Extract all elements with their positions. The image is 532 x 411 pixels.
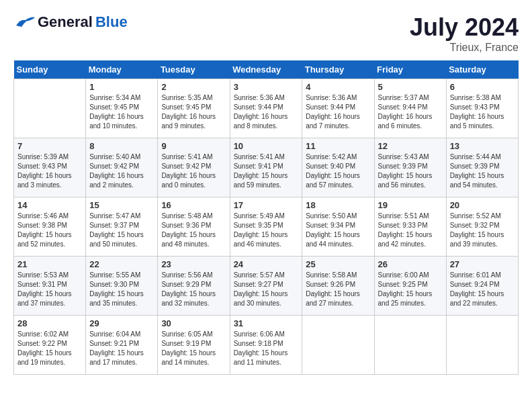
day-info: Sunrise: 6:02 AMSunset: 9:22 PMDaylight:… [17, 330, 82, 367]
day-number: 24 [234, 259, 299, 269]
calendar-cell: 20Sunrise: 5:52 AMSunset: 9:32 PMDayligh… [446, 197, 518, 257]
calendar-cell: 18Sunrise: 5:50 AMSunset: 9:34 PMDayligh… [302, 197, 374, 257]
day-info: Sunrise: 6:06 AMSunset: 9:18 PMDaylight:… [234, 330, 299, 367]
day-number: 1 [89, 82, 154, 92]
day-number: 4 [306, 82, 370, 92]
day-number: 7 [17, 141, 82, 151]
day-number: 10 [234, 141, 299, 151]
day-number: 5 [378, 82, 443, 92]
calendar-cell: 6Sunrise: 5:38 AMSunset: 9:43 PMDaylight… [446, 79, 518, 138]
calendar-cell [374, 316, 446, 375]
day-number: 2 [161, 82, 226, 92]
weekday-header-row: SundayMondayTuesdayWednesdayThursdayFrid… [14, 60, 519, 79]
day-info: Sunrise: 5:39 AMSunset: 9:43 PMDaylight:… [17, 152, 82, 190]
day-info: Sunrise: 5:41 AMSunset: 9:42 PMDaylight:… [161, 152, 226, 190]
calendar-cell: 13Sunrise: 5:44 AMSunset: 9:39 PMDayligh… [446, 138, 518, 197]
logo-blue-text: Blue [95, 13, 128, 31]
calendar-cell: 2Sunrise: 5:35 AMSunset: 9:45 PMDaylight… [158, 79, 230, 138]
calendar-week-row: 7Sunrise: 5:39 AMSunset: 9:43 PMDaylight… [14, 138, 519, 197]
calendar-table: SundayMondayTuesdayWednesdayThursdayFrid… [13, 60, 519, 375]
calendar-cell: 14Sunrise: 5:46 AMSunset: 9:38 PMDayligh… [14, 197, 86, 257]
day-info: Sunrise: 5:35 AMSunset: 9:45 PMDaylight:… [161, 93, 226, 131]
weekday-header-tuesday: Tuesday [158, 60, 230, 79]
day-number: 15 [89, 200, 154, 210]
day-info: Sunrise: 5:51 AMSunset: 9:33 PMDaylight:… [378, 212, 443, 249]
day-number: 3 [234, 82, 299, 92]
day-info: Sunrise: 5:37 AMSunset: 9:44 PMDaylight:… [378, 93, 443, 131]
day-info: Sunrise: 6:04 AMSunset: 9:21 PMDaylight:… [89, 330, 154, 367]
calendar-cell [14, 79, 86, 138]
calendar-week-row: 21Sunrise: 5:53 AMSunset: 9:31 PMDayligh… [14, 257, 519, 316]
calendar-cell: 22Sunrise: 5:55 AMSunset: 9:30 PMDayligh… [86, 257, 158, 316]
title-block: July 2024 Trieux, France [410, 13, 519, 54]
day-number: 19 [378, 200, 443, 210]
calendar-cell: 15Sunrise: 5:47 AMSunset: 9:37 PMDayligh… [86, 197, 158, 257]
day-info: Sunrise: 5:49 AMSunset: 9:35 PMDaylight:… [234, 212, 299, 249]
day-number: 25 [306, 259, 370, 269]
day-number: 12 [378, 141, 443, 151]
day-info: Sunrise: 5:43 AMSunset: 9:39 PMDaylight:… [378, 152, 443, 190]
calendar-week-row: 28Sunrise: 6:02 AMSunset: 9:22 PMDayligh… [14, 316, 519, 375]
calendar-cell: 4Sunrise: 5:36 AMSunset: 9:44 PMDaylight… [302, 79, 374, 138]
day-info: Sunrise: 5:36 AMSunset: 9:44 PMDaylight:… [306, 93, 370, 131]
calendar-cell: 16Sunrise: 5:48 AMSunset: 9:36 PMDayligh… [158, 197, 230, 257]
location-subtitle: Trieux, France [410, 42, 519, 54]
day-number: 14 [17, 200, 82, 210]
day-info: Sunrise: 5:41 AMSunset: 9:41 PMDaylight:… [234, 152, 299, 190]
page-header: GeneralBlue July 2024 Trieux, France [13, 13, 519, 54]
day-number: 21 [17, 259, 82, 269]
calendar-cell: 31Sunrise: 6:06 AMSunset: 9:18 PMDayligh… [230, 316, 302, 375]
day-number: 13 [450, 141, 515, 151]
calendar-cell: 1Sunrise: 5:34 AMSunset: 9:45 PMDaylight… [86, 79, 158, 138]
calendar-cell: 3Sunrise: 5:36 AMSunset: 9:44 PMDaylight… [230, 79, 302, 138]
day-info: Sunrise: 5:36 AMSunset: 9:44 PMDaylight:… [234, 93, 299, 131]
weekday-header-monday: Monday [86, 60, 158, 79]
day-info: Sunrise: 5:50 AMSunset: 9:34 PMDaylight:… [306, 212, 370, 249]
day-number: 23 [161, 259, 226, 269]
calendar-cell: 26Sunrise: 6:00 AMSunset: 9:25 PMDayligh… [374, 257, 446, 316]
calendar-cell: 10Sunrise: 5:41 AMSunset: 9:41 PMDayligh… [230, 138, 302, 197]
day-info: Sunrise: 5:48 AMSunset: 9:36 PMDaylight:… [161, 212, 226, 249]
weekday-header-friday: Friday [374, 60, 446, 79]
day-info: Sunrise: 5:34 AMSunset: 9:45 PMDaylight:… [89, 93, 154, 131]
day-info: Sunrise: 5:55 AMSunset: 9:30 PMDaylight:… [89, 271, 154, 308]
calendar-cell: 21Sunrise: 5:53 AMSunset: 9:31 PMDayligh… [14, 257, 86, 316]
day-number: 18 [306, 200, 370, 210]
day-number: 31 [234, 318, 299, 328]
calendar-cell: 24Sunrise: 5:57 AMSunset: 9:27 PMDayligh… [230, 257, 302, 316]
day-info: Sunrise: 6:01 AMSunset: 9:24 PMDaylight:… [450, 271, 515, 308]
day-info: Sunrise: 5:52 AMSunset: 9:32 PMDaylight:… [450, 212, 515, 249]
calendar-cell: 17Sunrise: 5:49 AMSunset: 9:35 PMDayligh… [230, 197, 302, 257]
day-info: Sunrise: 5:44 AMSunset: 9:39 PMDaylight:… [450, 152, 515, 190]
calendar-cell: 11Sunrise: 5:42 AMSunset: 9:40 PMDayligh… [302, 138, 374, 197]
calendar-cell: 8Sunrise: 5:40 AMSunset: 9:42 PMDaylight… [86, 138, 158, 197]
calendar-cell [302, 316, 374, 375]
calendar-cell: 30Sunrise: 6:05 AMSunset: 9:19 PMDayligh… [158, 316, 230, 375]
calendar-cell: 23Sunrise: 5:56 AMSunset: 9:29 PMDayligh… [158, 257, 230, 316]
weekday-header-wednesday: Wednesday [230, 60, 302, 79]
day-number: 11 [306, 141, 370, 151]
day-number: 28 [17, 318, 82, 328]
calendar-cell: 25Sunrise: 5:58 AMSunset: 9:26 PMDayligh… [302, 257, 374, 316]
day-info: Sunrise: 5:42 AMSunset: 9:40 PMDaylight:… [306, 152, 370, 190]
weekday-header-sunday: Sunday [14, 60, 86, 79]
day-info: Sunrise: 6:00 AMSunset: 9:25 PMDaylight:… [378, 271, 443, 308]
day-number: 22 [89, 259, 154, 269]
day-number: 9 [161, 141, 226, 151]
day-info: Sunrise: 5:53 AMSunset: 9:31 PMDaylight:… [17, 271, 82, 308]
day-number: 20 [450, 200, 515, 210]
calendar-cell [446, 316, 518, 375]
day-number: 27 [450, 259, 515, 269]
day-info: Sunrise: 5:47 AMSunset: 9:37 PMDaylight:… [89, 212, 154, 249]
day-info: Sunrise: 5:58 AMSunset: 9:26 PMDaylight:… [306, 271, 370, 308]
calendar-cell: 12Sunrise: 5:43 AMSunset: 9:39 PMDayligh… [374, 138, 446, 197]
day-number: 26 [378, 259, 443, 269]
logo-general-text: General [38, 13, 93, 31]
calendar-cell: 27Sunrise: 6:01 AMSunset: 9:24 PMDayligh… [446, 257, 518, 316]
weekday-header-saturday: Saturday [446, 60, 518, 79]
day-info: Sunrise: 5:46 AMSunset: 9:38 PMDaylight:… [17, 212, 82, 249]
day-number: 30 [161, 318, 226, 328]
day-number: 8 [89, 141, 154, 151]
calendar-cell: 7Sunrise: 5:39 AMSunset: 9:43 PMDaylight… [14, 138, 86, 197]
month-year-title: July 2024 [410, 13, 519, 42]
